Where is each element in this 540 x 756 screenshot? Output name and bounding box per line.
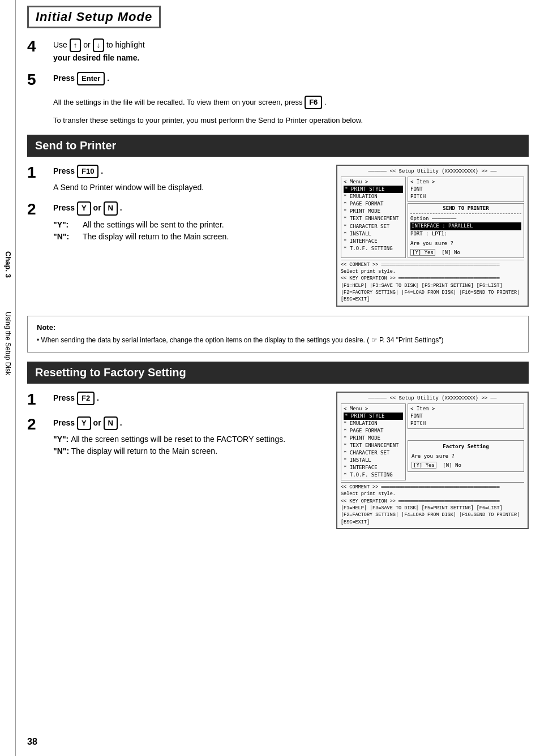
rst-character-set: * CHARACTER SET [344, 449, 403, 457]
f10-key: F10 [77, 165, 98, 178]
rst-font: FONT [410, 413, 521, 420]
stp-yes-opt: [Y] Yes [410, 249, 435, 256]
rst-step-2-n: "N": The display will return to the Main… [53, 445, 327, 457]
stp-print-style: * PRINT STYLE [344, 186, 403, 193]
stp-n-label: "N": [53, 231, 69, 243]
stp-step-1-instruction: Press F10 . [53, 165, 327, 178]
n-key-rst: N [104, 416, 118, 430]
stp-tof: * T.O.F. SETTING [344, 245, 403, 252]
stp-interface: * INTERFACE [344, 238, 403, 245]
stp-comment-text: Select print style. [341, 268, 524, 275]
stp-step-2-dot: . [120, 203, 122, 212]
stp-interface-label: INTERFACE [412, 223, 439, 229]
step-5-body1-end: . [324, 98, 327, 106]
rst-emulation: * EMULATION [344, 420, 403, 427]
rst-step-1-row: 1 Press F2 . [27, 392, 327, 407]
stp-step-1-body: A Send to Printer window will be display… [53, 182, 327, 194]
rst-factory-label: Factory Setting [412, 443, 520, 450]
rst-y-label: "Y": [53, 433, 69, 445]
stp-are-you-sure: Are you sure ? [410, 240, 521, 247]
rst-screen-title: —————— << Setup Utility (XXXXXXXXXX) >> … [341, 395, 524, 402]
stp-font: FONT [410, 186, 521, 193]
rst-print-style: * PRINT STYLE [344, 413, 403, 420]
rst-install: * INSTALL [344, 457, 403, 464]
step-5-body2: To transfer these settings to your print… [53, 115, 529, 127]
stp-key-ops2: |F2=FACTORY SETTING| |F4=LOAD FROM DISK|… [341, 289, 524, 303]
stp-interface-row: INTERFACE : PARALLEL [410, 222, 521, 230]
resetting-content: 1 Press F2 . 2 [27, 392, 529, 529]
stp-option-label: Option ———————— [410, 215, 521, 222]
rst-pitch: PITCH [410, 420, 521, 427]
rst-step-2-y: "Y": All the screen settings will be res… [53, 433, 327, 445]
stp-install: * INSTALL [344, 230, 403, 238]
rst-interface: * INTERFACE [344, 464, 403, 471]
rst-step-2-or: or [93, 418, 104, 427]
stp-divider [410, 213, 521, 214]
y-key-rst: Y [77, 416, 91, 430]
stp-screen: —————— << Setup Utility (XXXXXXXXXX) >> … [336, 165, 529, 306]
rst-step-2-press: Press [53, 418, 75, 427]
or-text-1: or [83, 40, 92, 49]
stp-character-set: * CHARACTER SET [344, 223, 403, 230]
step-4-content: Use ↑ or ↓ to highlight your desired fil… [50, 38, 529, 64]
rst-step-2-row: 2 Press Y or N . "Y": [27, 416, 327, 457]
step-5-number: 5 [27, 72, 50, 88]
stp-text-enhancement: * TEXT ENHANCEMENT [344, 215, 403, 222]
stp-step-1-content: Press F10 . A Send to Printer window wil… [50, 165, 327, 194]
stp-step-1-row: 1 Press F10 . A Send to Printer window w… [27, 165, 327, 194]
note-body: • When sending the data by serial interf… [37, 335, 519, 345]
rst-item-label: < Item > [410, 405, 521, 413]
rst-step-2-content: Press Y or N . "Y": All the screen setti… [50, 416, 327, 457]
step-5-instruction: Press Enter . [53, 72, 529, 85]
stp-y-label: "Y": [53, 219, 69, 231]
step-5-content: Press Enter . [50, 72, 529, 85]
stp-step-1-press: Press [53, 166, 75, 175]
rst-step-2-dot: . [120, 418, 122, 427]
stp-step-2-or: or [93, 203, 104, 212]
rst-print-mode: * PRINT MODE [344, 435, 403, 442]
rst-key-op: << KEY OPERATION >> ════════════════════… [341, 498, 524, 505]
stp-step-2-content: Press Y or N . "Y": All the settings wil… [50, 201, 327, 242]
rst-right-panel: < Item > FONT PITCH Factory Setting Are … [408, 403, 524, 480]
page-title: Initial Setup Mode [36, 10, 152, 24]
stp-step-2-instruction: Press Y or N . [53, 201, 327, 215]
stp-no-opt: [N] No [442, 250, 460, 255]
section-label: Using the Setup Disk [4, 312, 12, 375]
rst-confirm-row: [Y] Yes [N] No [412, 462, 520, 469]
stp-item-label: < Item > [410, 178, 521, 186]
step-5-dot: . [107, 74, 109, 83]
stp-menu-label: < Menu > [344, 178, 403, 186]
stp-screen-body: < Menu > * PRINT STYLE * EMULATION * PAG… [341, 177, 524, 257]
rst-y-text: All the screen settings will be reset to… [71, 435, 285, 444]
rst-step-1-content: Press F2 . [50, 392, 327, 405]
resetting-header: Resetting to Factory Setting [27, 362, 529, 384]
rst-n-label: "N": [53, 445, 69, 457]
note-title: Note: [37, 323, 519, 332]
up-arrow-key: ↑ [70, 38, 82, 52]
stp-n-text: The display will return to the Main scre… [83, 232, 229, 241]
down-arrow-key: ↓ [93, 38, 105, 52]
f2-key: F2 [77, 392, 95, 405]
note-text: When sending the data by serial interfac… [41, 336, 444, 344]
stp-interface-val: : PARALLEL [442, 223, 473, 229]
step-5-row: 5 Press Enter . [27, 72, 529, 88]
note-bullet: • [37, 336, 41, 344]
stp-y-text: All the settings will be sent to the pri… [83, 220, 224, 229]
rst-yes-opt: [Y] Yes [412, 462, 436, 469]
resetting-left: 1 Press F2 . 2 [27, 392, 327, 465]
page-title-box: Initial Setup Mode [27, 6, 161, 28]
stp-send-label: SEND TO PRINTER [410, 205, 521, 212]
chapter-label: Chap. 3 [3, 251, 12, 278]
rst-step-1-dot: . [97, 393, 99, 402]
enter-key: Enter [77, 72, 105, 85]
rst-text-enhancement: * TEXT ENHANCEMENT [344, 442, 403, 449]
rst-step-1-instruction: Press F2 . [53, 392, 327, 405]
step-5-body1-text: All the settings in the file will be rec… [53, 98, 303, 106]
stp-emulation: * EMULATION [344, 193, 403, 200]
stp-screen-col: —————— << Setup Utility (XXXXXXXXXX) >> … [336, 165, 529, 306]
stp-port-label: PORT [410, 231, 423, 237]
side-tab: Chap. 3 Using the Setup Disk [0, 0, 16, 756]
rst-screen: —————— << Setup Utility (XXXXXXXXXX) >> … [336, 392, 529, 529]
stp-comment: << COMMENT >> ══════════════════════════… [341, 261, 524, 268]
send-to-printer-content: 1 Press F10 . A Send to Printer window w… [27, 165, 529, 306]
